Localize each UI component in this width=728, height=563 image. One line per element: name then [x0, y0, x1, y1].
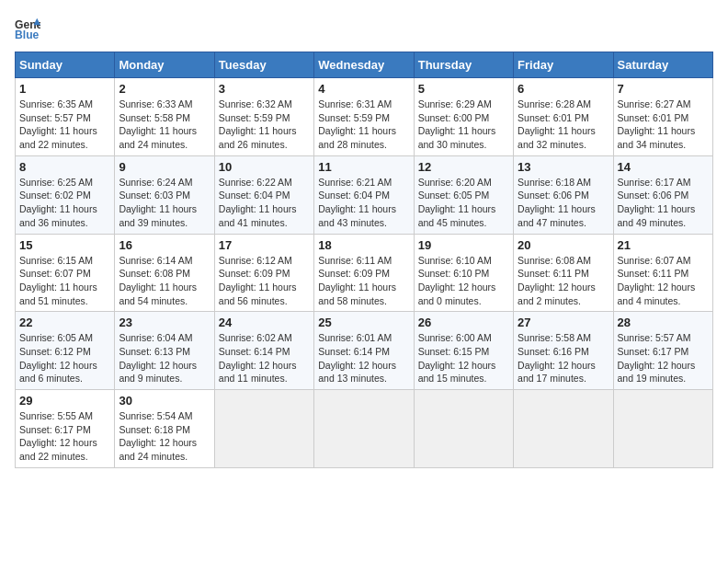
calendar-cell	[514, 390, 613, 468]
calendar-cell: 6Sunrise: 6:28 AMSunset: 6:01 PMDaylight…	[514, 78, 613, 156]
day-number: 7	[618, 82, 709, 96]
day-info: Sunrise: 6:20 AMSunset: 6:05 PMDaylight:…	[418, 176, 509, 230]
col-header-tuesday: Tuesday	[214, 52, 313, 78]
calendar-cell: 27Sunrise: 5:58 AMSunset: 6:16 PMDayligh…	[514, 312, 613, 390]
day-info: Sunrise: 6:10 AMSunset: 6:10 PMDaylight:…	[418, 254, 509, 308]
calendar-cell: 4Sunrise: 6:31 AMSunset: 5:59 PMDaylight…	[314, 78, 414, 156]
calendar-week-4: 22Sunrise: 6:05 AMSunset: 6:12 PMDayligh…	[16, 312, 713, 390]
calendar-cell: 9Sunrise: 6:24 AMSunset: 6:03 PMDaylight…	[115, 155, 214, 234]
calendar-week-1: 1Sunrise: 6:35 AMSunset: 5:57 PMDaylight…	[16, 78, 713, 156]
logo-icon: General Blue	[15, 15, 40, 40]
calendar-cell: 26Sunrise: 6:00 AMSunset: 6:15 PMDayligh…	[414, 312, 513, 390]
day-info: Sunrise: 6:22 AMSunset: 6:04 PMDaylight:…	[219, 176, 310, 230]
calendar-cell	[214, 390, 313, 468]
day-info: Sunrise: 6:00 AMSunset: 6:15 PMDaylight:…	[418, 331, 509, 385]
day-number: 24	[219, 316, 310, 329]
day-number: 8	[19, 160, 110, 174]
page-header: General Blue	[15, 15, 713, 40]
calendar-cell: 10Sunrise: 6:22 AMSunset: 6:04 PMDayligh…	[214, 155, 313, 234]
svg-text:Blue: Blue	[15, 29, 40, 40]
day-info: Sunrise: 6:08 AMSunset: 6:11 PMDaylight:…	[518, 254, 609, 308]
calendar-cell: 29Sunrise: 5:55 AMSunset: 6:17 PMDayligh…	[16, 390, 115, 468]
day-info: Sunrise: 6:21 AMSunset: 6:04 PMDaylight:…	[318, 176, 409, 230]
day-info: Sunrise: 6:28 AMSunset: 6:01 PMDaylight:…	[518, 98, 609, 152]
day-info: Sunrise: 6:18 AMSunset: 6:06 PMDaylight:…	[518, 176, 609, 230]
day-number: 11	[318, 160, 409, 174]
day-info: Sunrise: 5:55 AMSunset: 6:17 PMDaylight:…	[19, 409, 110, 464]
day-number: 30	[119, 394, 210, 408]
day-number: 21	[618, 238, 709, 252]
day-number: 25	[318, 316, 409, 329]
calendar-cell: 21Sunrise: 6:07 AMSunset: 6:11 PMDayligh…	[613, 234, 712, 312]
day-info: Sunrise: 6:35 AMSunset: 5:57 PMDaylight:…	[19, 98, 110, 152]
day-number: 19	[418, 238, 509, 252]
calendar-cell: 30Sunrise: 5:54 AMSunset: 6:18 PMDayligh…	[115, 390, 214, 468]
day-number: 15	[19, 238, 110, 252]
day-number: 26	[418, 316, 509, 329]
col-header-sunday: Sunday	[16, 52, 115, 78]
calendar-cell: 12Sunrise: 6:20 AMSunset: 6:05 PMDayligh…	[414, 155, 513, 234]
day-number: 2	[119, 82, 210, 96]
calendar-cell: 14Sunrise: 6:17 AMSunset: 6:06 PMDayligh…	[613, 155, 712, 234]
day-info: Sunrise: 6:27 AMSunset: 6:01 PMDaylight:…	[618, 98, 709, 152]
day-info: Sunrise: 6:32 AMSunset: 5:59 PMDaylight:…	[219, 98, 310, 152]
col-header-friday: Friday	[514, 52, 613, 78]
day-number: 1	[19, 82, 110, 96]
calendar-cell: 3Sunrise: 6:32 AMSunset: 5:59 PMDaylight…	[214, 78, 313, 156]
calendar-cell: 2Sunrise: 6:33 AMSunset: 5:58 PMDaylight…	[115, 78, 214, 156]
day-number: 13	[518, 160, 609, 174]
calendar-cell: 18Sunrise: 6:11 AMSunset: 6:09 PMDayligh…	[314, 234, 414, 312]
calendar-week-5: 29Sunrise: 5:55 AMSunset: 6:17 PMDayligh…	[16, 390, 713, 468]
day-info: Sunrise: 6:11 AMSunset: 6:09 PMDaylight:…	[318, 254, 409, 308]
day-number: 17	[219, 238, 310, 252]
day-number: 23	[119, 316, 210, 329]
day-info: Sunrise: 6:15 AMSunset: 6:07 PMDaylight:…	[19, 254, 110, 308]
calendar-cell	[613, 390, 712, 468]
calendar-cell: 20Sunrise: 6:08 AMSunset: 6:11 PMDayligh…	[514, 234, 613, 312]
calendar-cell: 1Sunrise: 6:35 AMSunset: 5:57 PMDaylight…	[16, 78, 115, 156]
calendar-week-2: 8Sunrise: 6:25 AMSunset: 6:02 PMDaylight…	[16, 155, 713, 234]
day-info: Sunrise: 6:29 AMSunset: 6:00 PMDaylight:…	[418, 98, 509, 152]
col-header-monday: Monday	[115, 52, 214, 78]
day-number: 14	[618, 160, 709, 174]
day-info: Sunrise: 6:17 AMSunset: 6:06 PMDaylight:…	[618, 176, 709, 230]
day-info: Sunrise: 6:31 AMSunset: 5:59 PMDaylight:…	[318, 98, 409, 152]
day-info: Sunrise: 6:01 AMSunset: 6:14 PMDaylight:…	[318, 331, 409, 385]
day-number: 20	[518, 238, 609, 252]
day-info: Sunrise: 6:24 AMSunset: 6:03 PMDaylight:…	[119, 176, 210, 230]
calendar-table: SundayMondayTuesdayWednesdayThursdayFrid…	[15, 52, 713, 468]
day-info: Sunrise: 5:58 AMSunset: 6:16 PMDaylight:…	[518, 331, 609, 385]
calendar-header-row: SundayMondayTuesdayWednesdayThursdayFrid…	[16, 52, 713, 78]
day-info: Sunrise: 6:33 AMSunset: 5:58 PMDaylight:…	[119, 98, 210, 152]
day-number: 4	[318, 82, 409, 96]
calendar-cell: 13Sunrise: 6:18 AMSunset: 6:06 PMDayligh…	[514, 155, 613, 234]
calendar-cell: 24Sunrise: 6:02 AMSunset: 6:14 PMDayligh…	[214, 312, 313, 390]
day-info: Sunrise: 6:12 AMSunset: 6:09 PMDaylight:…	[219, 254, 310, 308]
calendar-cell: 16Sunrise: 6:14 AMSunset: 6:08 PMDayligh…	[115, 234, 214, 312]
day-number: 5	[418, 82, 509, 96]
col-header-wednesday: Wednesday	[314, 52, 414, 78]
day-number: 12	[418, 160, 509, 174]
day-number: 18	[318, 238, 409, 252]
calendar-cell: 8Sunrise: 6:25 AMSunset: 6:02 PMDaylight…	[16, 155, 115, 234]
calendar-cell	[414, 390, 513, 468]
calendar-cell: 25Sunrise: 6:01 AMSunset: 6:14 PMDayligh…	[314, 312, 414, 390]
calendar-cell: 28Sunrise: 5:57 AMSunset: 6:17 PMDayligh…	[613, 312, 712, 390]
calendar-cell: 5Sunrise: 6:29 AMSunset: 6:00 PMDaylight…	[414, 78, 513, 156]
calendar-cell: 19Sunrise: 6:10 AMSunset: 6:10 PMDayligh…	[414, 234, 513, 312]
day-info: Sunrise: 6:25 AMSunset: 6:02 PMDaylight:…	[19, 176, 110, 230]
calendar-cell: 23Sunrise: 6:04 AMSunset: 6:13 PMDayligh…	[115, 312, 214, 390]
day-number: 3	[219, 82, 310, 96]
day-number: 22	[19, 316, 110, 329]
day-info: Sunrise: 6:05 AMSunset: 6:12 PMDaylight:…	[19, 331, 110, 385]
day-number: 28	[618, 316, 709, 329]
calendar-cell	[314, 390, 414, 468]
day-number: 16	[119, 238, 210, 252]
calendar-week-3: 15Sunrise: 6:15 AMSunset: 6:07 PMDayligh…	[16, 234, 713, 312]
day-info: Sunrise: 6:14 AMSunset: 6:08 PMDaylight:…	[119, 254, 210, 308]
day-number: 10	[219, 160, 310, 174]
col-header-saturday: Saturday	[613, 52, 712, 78]
logo: General Blue	[15, 15, 46, 40]
day-number: 6	[518, 82, 609, 96]
day-info: Sunrise: 6:07 AMSunset: 6:11 PMDaylight:…	[618, 254, 709, 308]
